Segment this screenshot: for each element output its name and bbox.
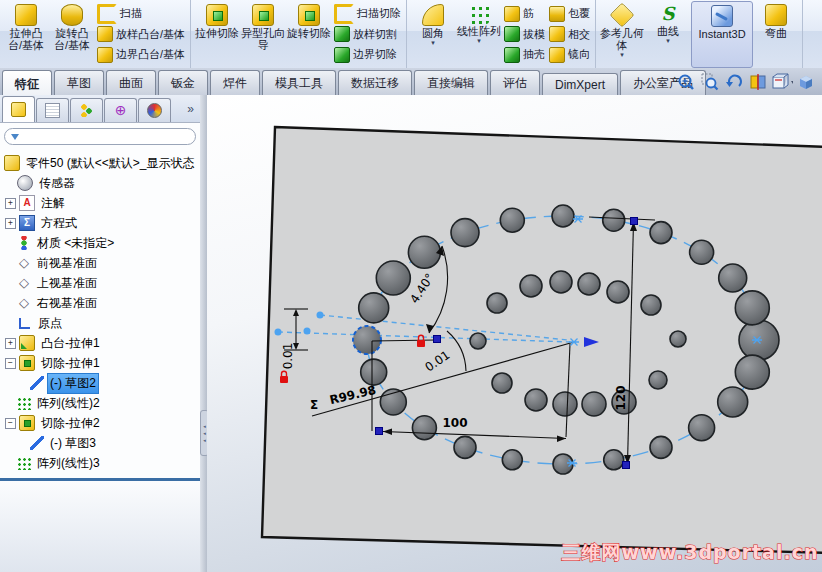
hole-wizard-button[interactable]: 异型孔向导 bbox=[240, 1, 286, 66]
tab-钣金[interactable]: 钣金 bbox=[158, 70, 208, 95]
tab-模具工具[interactable]: 模具工具 bbox=[262, 70, 336, 95]
previous-view-icon[interactable] bbox=[723, 71, 745, 92]
sweep-cut-button[interactable]: 扫描切除 bbox=[334, 5, 401, 22]
tab-评估[interactable]: 评估 bbox=[490, 70, 540, 95]
sketch-circle[interactable] bbox=[670, 331, 686, 347]
revolve-boss-button[interactable]: 旋转凸台/基体 bbox=[49, 1, 95, 66]
sketch-circle[interactable] bbox=[578, 273, 600, 295]
tree-item-material[interactable]: 材质 <未指定> bbox=[0, 233, 200, 253]
tab-DimXpert[interactable]: DimXpert bbox=[542, 73, 618, 95]
sketch-circle[interactable] bbox=[607, 281, 629, 303]
expand-toggle[interactable]: − bbox=[5, 358, 16, 369]
tree-item-cut-extrude2[interactable]: −切除-拉伸2 bbox=[0, 413, 200, 433]
dropdown-arrow-icon[interactable]: ▾ bbox=[620, 52, 624, 58]
sketch-circle[interactable] bbox=[641, 295, 661, 315]
dim-100[interactable]: 100 bbox=[442, 416, 467, 430]
sketch-circle[interactable] bbox=[520, 275, 542, 297]
fillet-button[interactable]: 圆角▾ bbox=[410, 1, 456, 66]
tab-数据迁移[interactable]: 数据迁移 bbox=[338, 70, 412, 95]
dim-0.01-vertical[interactable]: 0.01 bbox=[281, 343, 295, 370]
dropdown-arrow-icon[interactable]: ▾ bbox=[477, 38, 481, 44]
sketch-circle[interactable] bbox=[550, 271, 572, 293]
tree-item-sketch3[interactable]: (-) 草图3 bbox=[0, 433, 200, 453]
tree-item-annotations[interactable]: +注解 bbox=[0, 193, 200, 213]
expand-toggle[interactable]: − bbox=[5, 418, 16, 429]
sketch-circle[interactable] bbox=[735, 355, 769, 389]
sketch-canvas[interactable]: 0.01 4.40° 0.01 Σ R99.98 100 120 三维网www.… bbox=[207, 95, 822, 572]
tree-item-boss-extrude1[interactable]: +凸台-拉伸1 bbox=[0, 333, 200, 353]
tree-filter-input[interactable] bbox=[4, 128, 196, 145]
sketch-circle[interactable] bbox=[690, 240, 714, 264]
tab-曲面[interactable]: 曲面 bbox=[106, 70, 156, 95]
mirror-button[interactable]: 镜向 bbox=[549, 46, 590, 63]
sketch-circle[interactable] bbox=[553, 392, 577, 416]
view-orientation-icon[interactable] bbox=[771, 71, 793, 92]
sketch-point[interactable] bbox=[376, 428, 383, 435]
instant3d-button[interactable]: Instant3D bbox=[691, 1, 753, 68]
rib-button[interactable]: 筋 bbox=[504, 5, 545, 22]
linear-pattern-button[interactable]: 线性阵列▾ bbox=[456, 1, 502, 66]
section-view-icon[interactable] bbox=[747, 71, 769, 92]
zoom-to-fit-icon[interactable] bbox=[675, 71, 697, 92]
tree-item-right-plane[interactable]: 右视基准面 bbox=[0, 293, 200, 313]
sweep-button[interactable]: 扫描 bbox=[97, 5, 185, 22]
sketch-circle[interactable] bbox=[735, 291, 769, 325]
tree-item-sensors[interactable]: 传感器 bbox=[0, 173, 200, 193]
tree-item-top-plane[interactable]: 上视基准面 bbox=[0, 273, 200, 293]
sketch-circle[interactable] bbox=[552, 205, 574, 227]
tab-直接编辑[interactable]: 直接编辑 bbox=[414, 70, 488, 95]
loft-cut-button[interactable]: 放样切割 bbox=[334, 26, 401, 43]
intersect-button[interactable]: 相交 bbox=[549, 26, 590, 43]
tree-item-equations[interactable]: +方程式 bbox=[0, 213, 200, 233]
tab-草图[interactable]: 草图 bbox=[54, 70, 104, 95]
sketch-circle[interactable] bbox=[470, 333, 486, 349]
extrude-boss-button[interactable]: 拉伸凸台/基体 bbox=[3, 1, 49, 66]
sketch-point[interactable] bbox=[631, 218, 638, 225]
sketch-circle[interactable] bbox=[582, 392, 606, 416]
flex-button[interactable]: 弯曲 bbox=[753, 1, 799, 66]
expand-toggle[interactable]: + bbox=[5, 198, 16, 209]
graphics-viewport[interactable]: 0.01 4.40° 0.01 Σ R99.98 100 120 三维网www.… bbox=[207, 95, 822, 572]
display-style-icon[interactable] bbox=[795, 71, 817, 92]
sketch-circle[interactable] bbox=[650, 436, 672, 458]
dropdown-arrow-icon[interactable]: ▾ bbox=[431, 40, 435, 46]
sketch-circle[interactable] bbox=[492, 373, 512, 393]
sketch-point[interactable] bbox=[623, 462, 630, 469]
sketch-circle[interactable] bbox=[689, 415, 715, 441]
sketch-circle[interactable] bbox=[502, 450, 522, 470]
expand-toggle[interactable]: + bbox=[5, 338, 16, 349]
sketch-circle[interactable] bbox=[604, 450, 624, 470]
tab-特征[interactable]: 特征 bbox=[2, 70, 52, 96]
configurationmanager-tab[interactable] bbox=[70, 98, 103, 122]
curves-button[interactable]: 曲线▾ bbox=[645, 1, 691, 66]
sketch-circle[interactable] bbox=[719, 264, 747, 292]
sketch-circle[interactable] bbox=[408, 236, 440, 268]
sketch-circle[interactable] bbox=[353, 326, 381, 354]
tree-item-origin[interactable]: 原点 bbox=[0, 313, 200, 333]
sketch-circle[interactable] bbox=[361, 359, 387, 385]
construction-point[interactable] bbox=[317, 312, 324, 319]
tree-item-sketch2[interactable]: (-) 草图2 bbox=[0, 373, 200, 393]
expand-toggle[interactable]: + bbox=[5, 218, 16, 229]
dropdown-arrow-icon[interactable]: ▾ bbox=[666, 38, 670, 44]
loft-boss-button[interactable]: 放样凸台/基体 bbox=[97, 26, 185, 43]
tree-item-part-root[interactable]: 零件50 (默认<<默认>_显示状态 bbox=[0, 153, 200, 173]
zoom-to-area-icon[interactable] bbox=[699, 71, 721, 92]
sketch-circle[interactable] bbox=[359, 293, 389, 323]
sketch-circle[interactable] bbox=[487, 293, 507, 313]
dimxpertmanager-tab[interactable] bbox=[104, 98, 137, 122]
displaymanager-tab[interactable] bbox=[138, 98, 171, 122]
draft-button[interactable]: 拔模 bbox=[504, 26, 545, 43]
tab-焊件[interactable]: 焊件 bbox=[210, 70, 260, 95]
sketch-circle[interactable] bbox=[553, 454, 573, 474]
sketch-circle[interactable] bbox=[650, 222, 672, 244]
sketch-circle[interactable] bbox=[454, 436, 476, 458]
part-plate[interactable] bbox=[262, 127, 822, 553]
wrap-button[interactable]: 包覆 bbox=[549, 5, 590, 22]
construction-point[interactable] bbox=[275, 329, 282, 336]
dim-120[interactable]: 120 bbox=[614, 385, 628, 410]
extrude-cut-button[interactable]: 拉伸切除 bbox=[194, 1, 240, 66]
tree-item-cut-extrude1[interactable]: −切除-拉伸1 bbox=[0, 353, 200, 373]
tree-item-pattern-linear2[interactable]: 阵列(线性)2 bbox=[0, 393, 200, 413]
sketch-point[interactable] bbox=[434, 336, 441, 343]
